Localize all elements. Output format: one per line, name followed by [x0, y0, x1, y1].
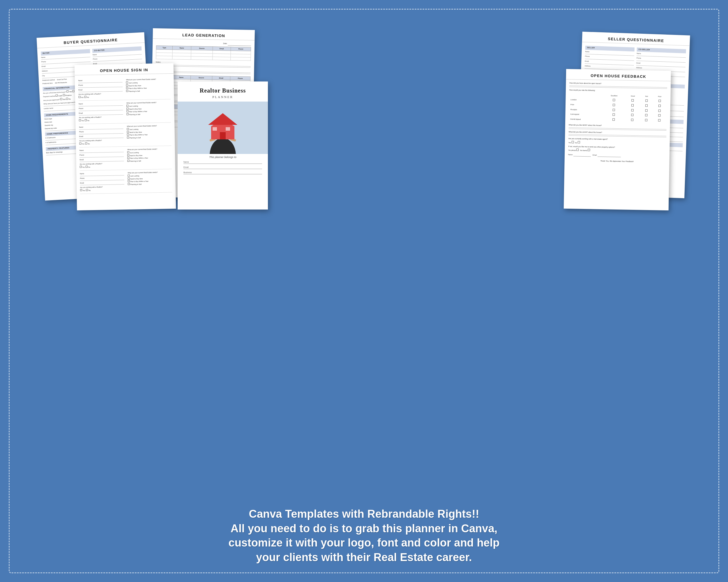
- name-label: Name:: [568, 154, 573, 156]
- bottom-text-line3: customize it with your logo, font and co…: [29, 536, 699, 550]
- lead-generation-title: LEAD GENERATION: [153, 28, 255, 40]
- svg-rect-8: [220, 132, 226, 139]
- openhouse-entry-2: Name Phone Email Are you working with a …: [79, 99, 171, 124]
- planner-business-field: Business: [183, 171, 262, 174]
- planner-belongs-text: This planner belongs to: [178, 154, 268, 160]
- feedback-rating-table: Excellent Good Fair Poor Location Price: [569, 92, 667, 124]
- planner-name-field: Name: [183, 161, 262, 164]
- planner-card: Realtor Business PLANNER: [178, 82, 268, 210]
- openhouse-signin-card: OPEN HOUSE SIGN IN Name Phone Email Are …: [75, 63, 176, 211]
- thanks-label: Thank You, We Appreciate Your Feedback!: [568, 159, 666, 164]
- openhouse-entry-5: Name Phone Email Are you working with a …: [80, 169, 172, 194]
- openhouse-entry-4: Name Phone Email Are you working with a …: [79, 146, 172, 170]
- planner-fields: Name Email Business: [178, 160, 268, 178]
- planner-main-title: Realtor Business: [181, 87, 265, 94]
- openhouse-entry-3: Name Phone Email Are you working with a …: [79, 122, 171, 147]
- openhouse-signin-title: OPEN HOUSE SIGN IN: [75, 63, 174, 75]
- planner-email-field: Email: [183, 166, 262, 169]
- planner-image: [178, 102, 268, 154]
- svg-rect-10: [226, 127, 230, 131]
- planner-title-area: Realtor Business PLANNER: [178, 82, 268, 102]
- feedback-card: OPEN HOUSE FEEDBACK How did you hear abo…: [564, 69, 671, 211]
- openhouse-signin-body: Name Phone Email Are you working with a …: [75, 74, 176, 196]
- rate-label: How would you rate the following:: [569, 89, 667, 93]
- bottom-text-line2: All you need to do is to grab this plann…: [29, 522, 699, 536]
- bottom-text-line1: Canva Templates with Rebrandable Rights!…: [29, 507, 699, 521]
- openhouse-entry-1: Name Phone Email Are you working with a …: [78, 76, 171, 101]
- feedback-title: OPEN HOUSE FEEDBACK: [566, 69, 671, 81]
- feedback-body: How did you hear about the open house? H…: [565, 79, 671, 166]
- bottom-text-area: Canva Templates with Rebrandable Rights!…: [29, 507, 699, 564]
- bottom-text-line4: your clients with their Real Estate care…: [29, 550, 699, 564]
- planner-illustration: [178, 102, 268, 154]
- feedback-row-overall: Overall Appeal: [569, 117, 666, 123]
- svg-rect-9: [213, 127, 217, 131]
- lead-table-1: TypeNameSourceEmailPhone: [156, 46, 251, 61]
- email-label: Email:: [593, 154, 597, 156]
- documents-area: BUYER QUESTIONNAIRE BUYER Name Phone Ema…: [18, 18, 710, 227]
- planner-subtitle: PLANNER: [181, 95, 265, 99]
